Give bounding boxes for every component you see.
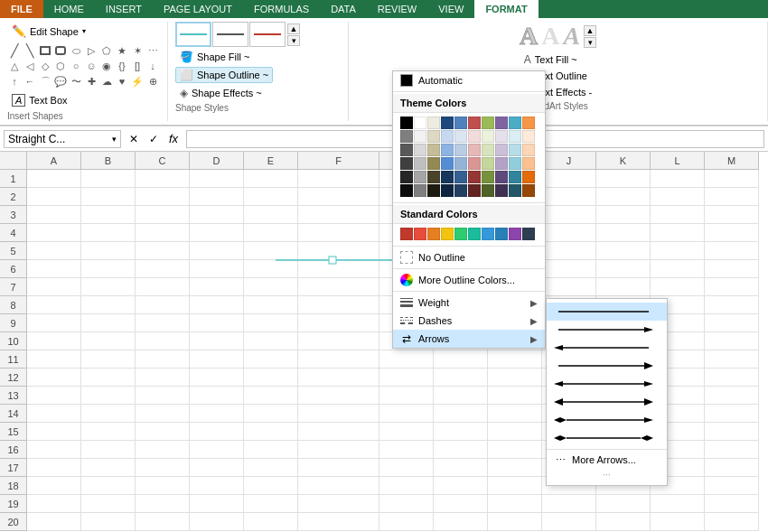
arrow-diamond-both[interactable]	[547, 429, 667, 447]
col-header-d[interactable]: D	[190, 152, 244, 170]
tc-r6-5[interactable]	[454, 184, 467, 197]
cell-3-a[interactable]	[27, 206, 81, 224]
cell-5-j[interactable]	[542, 242, 596, 260]
tc-r6-6[interactable]	[468, 184, 481, 197]
cell-6-m[interactable]	[705, 260, 759, 278]
cell-5-l[interactable]	[651, 242, 705, 260]
cell-10-a[interactable]	[27, 332, 81, 350]
theme-color-navy[interactable]	[441, 117, 454, 129]
cell-17-b[interactable]	[81, 459, 136, 477]
cell-11-i[interactable]	[488, 350, 542, 369]
cell-12-g[interactable]	[379, 369, 434, 387]
cell-5-c[interactable]	[136, 242, 190, 260]
cell-19-f[interactable]	[298, 495, 379, 513]
tab-page-layout[interactable]: PAGE LAYOUT	[153, 0, 243, 18]
shape-star[interactable]: ★	[115, 43, 129, 58]
cell-8-e[interactable]	[244, 296, 298, 314]
cell-1-j[interactable]	[542, 170, 596, 188]
cell-6-c[interactable]	[136, 260, 190, 278]
cell-17-e[interactable]	[244, 459, 298, 477]
std-c2[interactable]	[414, 228, 426, 240]
tc-r2-9[interactable]	[509, 130, 521, 143]
cell-20-k[interactable]	[596, 513, 651, 531]
tc-r4-3[interactable]	[427, 157, 440, 170]
cell-12-e[interactable]	[244, 369, 298, 387]
cell-15-c[interactable]	[136, 423, 190, 441]
cell-20-j[interactable]	[542, 513, 596, 531]
cell-1-l[interactable]	[651, 170, 705, 188]
cell-11-g[interactable]	[379, 350, 434, 369]
cell-16-g[interactable]	[379, 441, 434, 459]
cell-17-m[interactable]	[705, 459, 759, 477]
std-c4[interactable]	[441, 228, 454, 240]
shape-outline-button[interactable]: ⬜ Shape Outline ~	[175, 67, 273, 83]
cell-19-l[interactable]	[651, 495, 705, 513]
cell-20-c[interactable]	[136, 513, 190, 531]
shape-connector-on-sheet[interactable]	[276, 251, 393, 272]
cell-15-d[interactable]	[190, 423, 244, 441]
cell-7-c[interactable]	[136, 278, 190, 296]
cell-10-f[interactable]	[298, 332, 379, 350]
cell-14-b[interactable]	[81, 405, 136, 423]
cell-2-f[interactable]	[298, 188, 379, 206]
theme-color-blue[interactable]	[454, 117, 467, 129]
std-c8[interactable]	[495, 228, 508, 240]
formula-cancel-btn[interactable]: ✕	[125, 130, 143, 148]
cell-20-a[interactable]	[27, 513, 81, 531]
dashes-item[interactable]: Dashes ▶	[393, 312, 545, 330]
cell-1-e[interactable]	[244, 170, 298, 188]
tc-r3-10[interactable]	[522, 144, 535, 156]
col-header-e[interactable]: E	[244, 152, 298, 170]
cell-13-c[interactable]	[136, 387, 190, 405]
cell-1-f[interactable]	[298, 170, 379, 188]
tc-r5-10[interactable]	[522, 171, 535, 183]
shape-heart[interactable]: ♥	[115, 74, 129, 89]
tc-r2-8[interactable]	[495, 130, 508, 143]
row-header-4[interactable]: 4	[0, 224, 27, 242]
cell-4-e[interactable]	[244, 224, 298, 242]
cell-1-c[interactable]	[136, 170, 190, 188]
cell-19-g[interactable]	[379, 495, 434, 513]
cell-19-i[interactable]	[488, 495, 542, 513]
tc-r2-5[interactable]	[454, 130, 467, 143]
weight-item[interactable]: Weight ▶	[393, 294, 545, 312]
shape-bracket[interactable]: []	[130, 59, 145, 73]
cell-13-f[interactable]	[298, 387, 379, 405]
cell-3-d[interactable]	[190, 206, 244, 224]
shape-more[interactable]: ⋯	[145, 43, 160, 58]
std-c10[interactable]	[522, 228, 535, 240]
tc-r4-1[interactable]	[400, 157, 413, 170]
col-header-k[interactable]: K	[596, 152, 651, 170]
std-c1[interactable]	[400, 228, 413, 240]
cell-20-m[interactable]	[705, 513, 759, 531]
cell-14-c[interactable]	[136, 405, 190, 423]
cell-6-b[interactable]	[81, 260, 136, 278]
cell-14-f[interactable]	[298, 405, 379, 423]
more-arrows-item[interactable]: ⋯ More Arrows...	[547, 452, 667, 468]
shape-line[interactable]: ╱	[7, 43, 22, 58]
row-header-11[interactable]: 11	[0, 350, 27, 369]
tab-review[interactable]: REVIEW	[367, 0, 427, 18]
cell-20-l[interactable]	[651, 513, 705, 531]
tab-format[interactable]: FORMAT	[474, 0, 538, 18]
text-box-button[interactable]: A Text Box	[7, 91, 160, 109]
cell-10-d[interactable]	[190, 332, 244, 350]
tc-r3-5[interactable]	[454, 144, 467, 156]
cell-17-a[interactable]	[27, 459, 81, 477]
shape-triangle[interactable]: △	[7, 59, 22, 73]
shape-donut[interactable]: ◉	[99, 59, 114, 73]
row-header-16[interactable]: 16	[0, 441, 27, 459]
theme-color-red[interactable]	[468, 117, 481, 129]
shape-lightning[interactable]: ⚡	[130, 74, 145, 89]
shape-style-more[interactable]: ▾	[287, 35, 300, 46]
cell-20-d[interactable]	[190, 513, 244, 531]
cell-13-i[interactable]	[488, 387, 542, 405]
cell-2-l[interactable]	[651, 188, 705, 206]
cell-17-i[interactable]	[488, 459, 542, 477]
tc-r4-8[interactable]	[495, 157, 508, 170]
arrow-both-2[interactable]	[547, 393, 667, 411]
cell-4-k[interactable]	[596, 224, 651, 242]
cell-2-j[interactable]	[542, 188, 596, 206]
tc-r4-2[interactable]	[414, 157, 426, 170]
cell-2-d[interactable]	[190, 188, 244, 206]
